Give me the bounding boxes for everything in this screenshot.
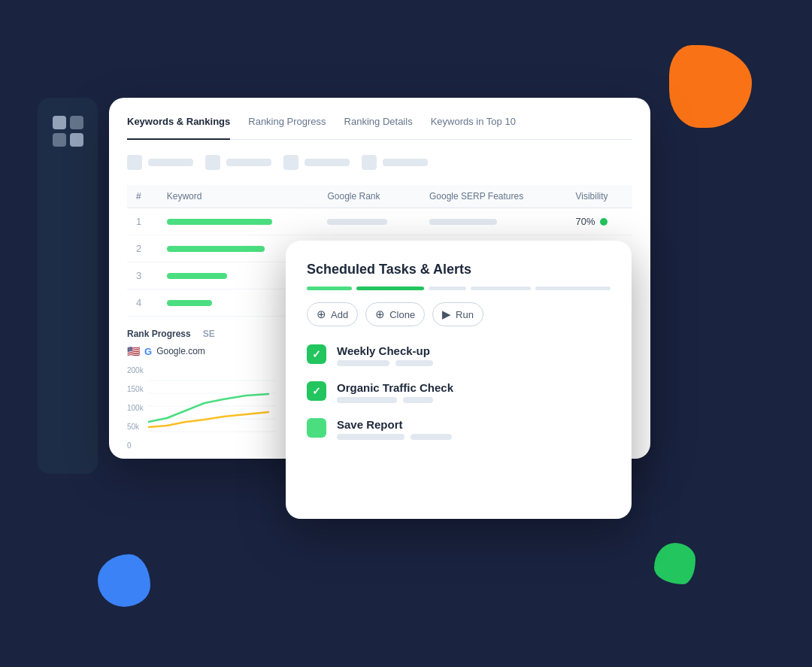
progress-seg-3 [429,287,466,290]
filter-text-skel-3 [304,159,350,166]
run-button[interactable]: ▶ Run [432,302,483,326]
blob-green-decoration [654,543,695,584]
task-meta-skel-4 [403,397,433,403]
filter-bar [127,155,632,170]
tasks-card-title: Scheduled Tasks & Alerts [307,262,611,277]
filter-text-skel-1 [148,159,193,166]
logo-square-1 [53,116,66,129]
run-icon: ▶ [442,308,451,321]
keyword-bar-1 [167,219,272,225]
tasks-action-bar: ⊕ Add ⊕ Clone ▶ Run [307,302,611,326]
serp-bar-1 [429,219,497,225]
row-serp-1 [420,208,566,235]
mini-chart: 200k 150k 100k 50k 0 [127,363,276,450]
y-label-150k: 150k [127,385,144,393]
tab-keywords-top10[interactable]: Keywords in Top 10 [431,116,516,130]
rank-chart-svg [148,373,276,441]
google-row: 🇺🇸 G Google.com [127,345,276,357]
task-item-organic: ✓ Organic Traffic Check [307,381,611,403]
filter-text-skel-4 [383,159,428,166]
tab-keywords-rankings[interactable]: Keywords & Rankings [127,116,230,140]
visibility-dot-1 [600,218,607,226]
keyword-bar-2 [167,246,265,252]
task-content-weekly: Weekly Check-up [337,344,433,366]
run-label: Run [456,309,474,320]
rank-progress-section: Rank Progress SE 🇺🇸 G Google.com 200k 15… [127,329,276,450]
logo-square-2 [70,116,83,129]
filter-icon-skel-3 [283,155,298,170]
checkmark-icon-organic: ✓ [312,385,321,397]
us-flag-icon: 🇺🇸 [127,345,140,357]
blob-blue-decoration [98,554,150,607]
keyword-bar-4 [167,300,212,306]
tasks-progress-bar [307,287,611,290]
rank-progress-label: Rank Progress [127,329,191,339]
filter-icon-skel-2 [205,155,220,170]
logo-square-3 [53,133,66,147]
seo-label: SE [203,329,215,339]
filter-icon-skel-1 [127,155,142,170]
filter-2 [205,155,271,170]
task-name-save-report: Save Report [337,418,452,431]
sidebar [38,98,98,474]
row-keyword-1 [158,208,319,235]
tasks-card: Scheduled Tasks & Alerts ⊕ Add ⊕ Clone ▶… [286,241,632,519]
col-header-serp: Google SERP Features [420,185,566,208]
task-name-weekly: Weekly Check-up [337,344,433,357]
y-label-100k: 100k [127,404,144,412]
clone-icon: ⊕ [375,308,385,321]
tab-bar: Keywords & Rankings Ranking Progress Ran… [127,116,632,140]
col-header-visibility: Visibility [566,185,632,208]
col-header-google-rank: Google Rank [318,185,420,208]
tab-ranking-details[interactable]: Ranking Details [344,116,413,130]
add-button[interactable]: ⊕ Add [307,302,358,326]
progress-seg-2 [356,287,424,290]
task-meta-skel-3 [337,397,397,403]
blob-orange-decoration [669,45,752,128]
chart-y-axis: 200k 150k 100k 50k 0 [127,363,144,450]
task-content-organic: Organic Traffic Check [337,381,453,403]
keyword-bar-3 [167,273,227,279]
clone-button[interactable]: ⊕ Clone [365,302,425,326]
task-content-save-report: Save Report [337,418,452,440]
task-check-save-report [307,418,326,438]
progress-seg-1 [307,287,352,290]
task-check-weekly: ✓ [307,344,326,364]
task-meta-skel-6 [411,434,452,440]
logo-square-4 [70,133,83,147]
checkmark-icon-weekly: ✓ [312,348,321,360]
filter-1 [127,155,193,170]
row-rank-1 [318,208,420,235]
filter-3 [283,155,350,170]
filter-4 [362,155,428,170]
task-check-organic: ✓ [307,381,326,401]
add-label: Add [331,309,348,320]
task-item-save-report: Save Report [307,418,611,440]
y-label-200k: 200k [127,366,144,374]
clone-label: Clone [389,309,415,320]
task-item-weekly: ✓ Weekly Check-up [307,344,611,366]
y-label-50k: 50k [127,423,144,431]
task-name-organic: Organic Traffic Check [337,381,453,394]
row-num-1: 1 [127,208,158,235]
task-meta-weekly [337,360,433,366]
google-g-icon: G [144,346,152,357]
sidebar-logo [53,116,83,147]
task-meta-skel-2 [395,360,433,366]
task-meta-skel-1 [337,360,389,366]
rank-bar-1 [327,219,387,225]
tab-ranking-progress[interactable]: Ranking Progress [248,116,326,130]
row-visibility-1: 70% [566,208,632,235]
table-row: 1 70% [127,208,632,235]
filter-icon-skel-4 [362,155,377,170]
google-label: Google.com [156,346,205,356]
add-icon: ⊕ [317,308,326,321]
row-num-3: 3 [127,262,158,290]
filter-text-skel-2 [226,159,271,166]
progress-seg-4 [471,287,531,290]
col-header-num: # [127,185,158,208]
row-num-2: 2 [127,235,158,262]
y-label-0: 0 [127,441,144,450]
visibility-value-1: 70% [575,216,595,227]
task-meta-organic [337,397,453,403]
